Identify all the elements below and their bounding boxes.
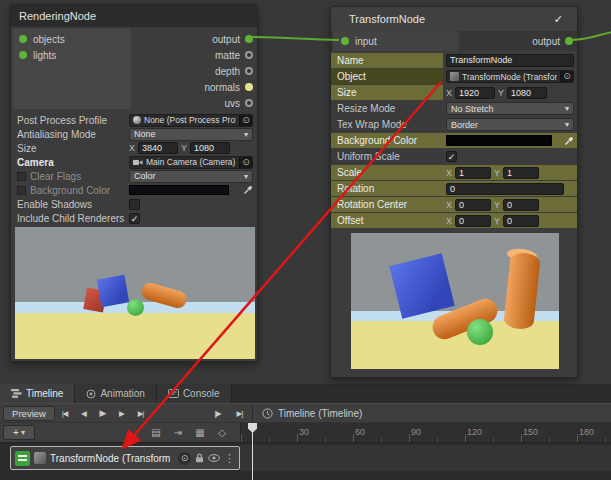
transform-node-ports: input output (331, 31, 577, 51)
blue-cube-shape (389, 253, 454, 318)
rotation-center-y-input[interactable]: 0 (503, 199, 539, 211)
rendering-node[interactable]: RenderingNode objects lights output matt… (10, 4, 258, 362)
output-port-depth[interactable]: depth (215, 63, 253, 79)
camera-icon (133, 159, 143, 166)
skip-end-button[interactable]: ▶| (131, 406, 150, 421)
ruler-tick-label: 180 (579, 427, 594, 437)
input-port[interactable]: input (333, 31, 459, 51)
background-color-label: Background Color (17, 185, 129, 196)
timeline-asset-breadcrumb[interactable]: Timeline (Timeline) (262, 404, 362, 423)
show-markers-icon[interactable]: ◇ (212, 425, 232, 441)
transform-node-track[interactable]: TransformNode (Transform ⊙ ⋮ (10, 446, 240, 470)
console-icon (168, 389, 179, 398)
size-x-input[interactable]: 3840 (138, 142, 178, 154)
wire-output-to-input[interactable] (250, 37, 339, 40)
offset-y-input[interactable]: 0 (503, 215, 539, 227)
compositor-track-icon (15, 451, 30, 466)
enable-shadows-row: Enable Shadows (11, 197, 257, 211)
scale-y-input[interactable]: 1 (503, 167, 539, 179)
size-y-input[interactable]: 1080 (507, 87, 547, 99)
output-port-normals[interactable]: normals (204, 79, 253, 95)
ruler-tick-label: 30 (299, 427, 309, 437)
uniform-scale-checkbox[interactable]: ✓ (446, 151, 457, 162)
eyedropper-icon[interactable] (243, 185, 253, 195)
prev-frame-button[interactable]: ◀ (74, 406, 93, 421)
port-dot-icon (341, 37, 349, 45)
play-range-end-button[interactable]: ▶] (230, 406, 249, 421)
play-button[interactable]: ▶ (93, 406, 112, 421)
port-dot-icon (19, 51, 27, 59)
x-axis-label: X (446, 216, 452, 226)
mix-mode-icon[interactable]: ▤ (146, 425, 166, 441)
track-clip-lane[interactable] (240, 445, 611, 471)
resize-mode-dropdown[interactable]: No Stretch ▾ (446, 102, 574, 115)
object-picker-button[interactable]: ⊙ (560, 70, 573, 83)
post-process-profile-row: Post Process Profile None (Post Process … (11, 113, 257, 127)
size-y-input[interactable]: 1080 (190, 142, 230, 154)
rotation-input[interactable]: 0 (446, 183, 564, 195)
orange-cylinder-shape (140, 281, 189, 310)
next-frame-button[interactable]: ▶ (112, 406, 131, 421)
resize-mode-label: Resize Mode (331, 101, 443, 116)
object-asset-icon (450, 72, 459, 81)
transform-node[interactable]: TransformNode ✓ input output Name Transf… (330, 6, 578, 378)
node-enabled-checkbox[interactable]: ✓ (554, 7, 563, 31)
object-field[interactable]: TransformNode (Transform Node ⊙ (446, 70, 574, 83)
input-port-lights[interactable]: lights (13, 47, 131, 63)
port-label: uvs (224, 98, 240, 109)
green-sphere-shape (467, 319, 493, 345)
tex-wrap-mode-dropdown[interactable]: Border ▾ (446, 118, 574, 131)
clock-icon (262, 408, 273, 419)
output-port-output[interactable]: output (212, 31, 253, 47)
camera-field[interactable]: Main Camera (Camera) ⊙ (129, 156, 253, 169)
port-label: output (212, 34, 240, 45)
y-axis-label: Y (498, 88, 504, 98)
play-range-start-button[interactable]: [▶ (208, 406, 227, 421)
output-port[interactable]: output (532, 31, 573, 51)
output-port-matte[interactable]: matte (215, 47, 253, 63)
rotation-center-x-input[interactable]: 0 (455, 199, 491, 211)
override-checkbox[interactable] (17, 172, 26, 181)
port-dot-icon (245, 67, 253, 75)
eyedropper-icon[interactable] (564, 136, 574, 146)
output-port-uvs[interactable]: uvs (224, 95, 253, 111)
port-dot-icon (245, 99, 253, 107)
transform-node-preview (351, 233, 559, 369)
input-port-objects[interactable]: objects (13, 31, 131, 47)
object-picker-button[interactable]: ⊙ (239, 114, 252, 127)
clear-flags-dropdown[interactable]: Color ▾ (129, 170, 253, 183)
skip-start-button[interactable]: |◀ (55, 406, 74, 421)
background-color-swatch[interactable] (129, 185, 229, 195)
object-picker-button[interactable]: ⊙ (178, 452, 191, 465)
chevron-down-icon: ▾ (244, 172, 248, 181)
antialiasing-mode-dropdown[interactable]: None ▾ (129, 128, 253, 141)
orange-standing-cylinder-shape (503, 252, 541, 331)
override-checkbox[interactable] (17, 186, 26, 195)
name-input[interactable]: TransformNode (446, 54, 574, 67)
offset-row: Offset X 0 Y 0 (331, 213, 577, 228)
background-color-swatch[interactable] (446, 135, 552, 146)
compositor-editor: RenderingNode objects lights output matt… (0, 0, 611, 480)
timeline-icon (11, 389, 22, 398)
post-process-profile-field[interactable]: None (Post Process Profile) ⊙ (129, 114, 253, 127)
object-picker-button[interactable]: ⊙ (239, 156, 252, 169)
x-axis-label: X (446, 88, 452, 98)
tab-timeline[interactable]: Timeline (0, 384, 75, 403)
offset-x-input[interactable]: 0 (455, 215, 491, 227)
add-track-button[interactable]: + ▾ (3, 425, 35, 440)
enable-shadows-checkbox[interactable] (129, 199, 140, 210)
scale-x-input[interactable]: 1 (455, 167, 491, 179)
replace-mode-icon[interactable]: ▦ (190, 425, 210, 441)
edit-mode-buttons: ▤ ⇥ ▦ ◇ (146, 425, 232, 441)
green-sphere-shape (127, 299, 144, 316)
tab-console[interactable]: Console (157, 384, 232, 403)
track-options-icon[interactable]: ⋮ (224, 452, 235, 465)
timeline-ruler[interactable]: 30 60 90 120 150 180 (240, 423, 611, 443)
preview-toggle-button[interactable]: Preview (3, 406, 55, 421)
lock-icon[interactable] (195, 453, 204, 463)
size-x-input[interactable]: 1920 (455, 87, 495, 99)
eye-icon[interactable] (208, 454, 220, 462)
include-child-renderers-checkbox[interactable]: ✓ (129, 213, 140, 224)
tab-animation[interactable]: Animation (75, 384, 156, 403)
ripple-mode-icon[interactable]: ⇥ (168, 425, 188, 441)
